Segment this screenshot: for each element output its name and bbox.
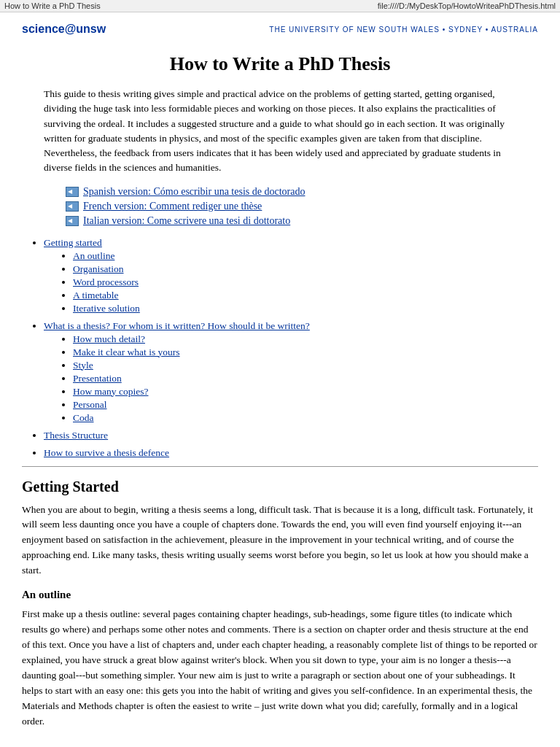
university-name: THE UNIVERSITY OF NEW SOUTH WALES • SYDN… — [269, 23, 538, 35]
page-header: science@unsw THE UNIVERSITY OF NEW SOUTH… — [22, 12, 538, 43]
an-outline-body: First make up a thesis outline: several … — [22, 607, 538, 729]
toc-sub-organisation: Organisation — [73, 263, 538, 275]
logo: science@unsw — [22, 23, 106, 36]
toc-link-outline[interactable]: An outline — [73, 250, 114, 261]
french-link[interactable]: French version: Comment rediger une thès… — [83, 201, 262, 212]
toc-sublist-getting-started: An outline Organisation Word processors … — [73, 250, 538, 314]
toc-sub-how-much-detail: How much detail? — [73, 333, 538, 345]
getting-started-body: When you are about to begin, writing a t… — [22, 503, 538, 579]
toc-link-style[interactable]: Style — [73, 360, 93, 371]
translation-icon-french — [66, 201, 79, 212]
translation-icon-italian — [66, 216, 79, 226]
toc-item-survive-defence: How to survive a thesis defence — [44, 447, 538, 459]
spanish-link[interactable]: Spanish version: Cómo escribir una tesis… — [83, 186, 305, 198]
toc-sublist-what-is-thesis: How much detail? Make it clear what is y… — [73, 333, 538, 424]
university-text: THE UNIVERSITY OF NEW SOUTH WALES • SYDN… — [269, 26, 538, 34]
toc-sub-iterative: Iterative solution — [73, 303, 538, 314]
toc-link-how-many-copies[interactable]: How many copies? — [73, 386, 148, 397]
toc-link-personal[interactable]: Personal — [73, 399, 107, 410]
toc-link-organisation[interactable]: Organisation — [73, 263, 124, 274]
toc-item-getting-started: Getting started An outline Organisation … — [44, 237, 538, 314]
toc-link-survive-defence[interactable]: How to survive a thesis defence — [44, 447, 169, 458]
toc-link-iterative[interactable]: Iterative solution — [73, 303, 140, 314]
toc-sub-coda: Coda — [73, 412, 538, 424]
translation-icon-spanish — [66, 187, 79, 197]
toc-item-what-is-thesis: What is a thesis? For whom is it written… — [44, 320, 538, 424]
translation-item-italian: Italian version: Come scrivere una tesi … — [66, 215, 494, 227]
toc-sub-style: Style — [73, 360, 538, 371]
toc-sub-timetable: A timetable — [73, 290, 538, 301]
browser-filepath: file:////D:/MyDeskTop/HowtoWriteaPhDThes… — [378, 1, 556, 10]
toc-link-what-is-thesis[interactable]: What is a thesis? For whom is it written… — [44, 320, 310, 331]
toc-link-make-clear[interactable]: Make it clear what is yours — [73, 347, 180, 357]
toc-sub-word-processors: Word processors — [73, 276, 538, 288]
toc-link-thesis-structure[interactable]: Thesis Structure — [44, 430, 108, 441]
toc-link-presentation[interactable]: Presentation — [73, 373, 122, 384]
toc-sub-outline: An outline — [73, 250, 538, 262]
toc-link-word-processors[interactable]: Word processors — [73, 276, 139, 287]
intro-paragraph: This guide to thesis writing gives simpl… — [44, 87, 516, 176]
logo-text: science@unsw — [22, 23, 106, 35]
section-divider — [22, 466, 538, 467]
browser-title: How to Write a PhD Thesis — [4, 1, 101, 10]
toc-sub-presentation: Presentation — [73, 373, 538, 384]
toc-link-coda[interactable]: Coda — [73, 412, 94, 423]
an-outline-heading: An outline — [22, 589, 538, 601]
toc-sub-personal: Personal — [73, 399, 538, 411]
toc-link-getting-started[interactable]: Getting started — [44, 237, 102, 248]
translation-item-french: French version: Comment rediger une thès… — [66, 201, 494, 212]
getting-started-heading: Getting Started — [22, 479, 538, 495]
translation-links: Spanish version: Cómo escribir una tesis… — [66, 186, 494, 227]
toc-link-how-much-detail[interactable]: How much detail? — [73, 333, 145, 344]
toc-sub-how-many-copies: How many copies? — [73, 386, 538, 398]
toc-item-thesis-structure: Thesis Structure — [44, 430, 538, 441]
toc-sub-make-clear: Make it clear what is yours — [73, 347, 538, 358]
toc-link-timetable[interactable]: A timetable — [73, 290, 119, 301]
translation-item-spanish: Spanish version: Cómo escribir una tesis… — [66, 186, 494, 198]
italian-link[interactable]: Italian version: Come scrivere una tesi … — [83, 215, 290, 227]
page-title: How to Write a PhD Thesis — [22, 53, 538, 75]
